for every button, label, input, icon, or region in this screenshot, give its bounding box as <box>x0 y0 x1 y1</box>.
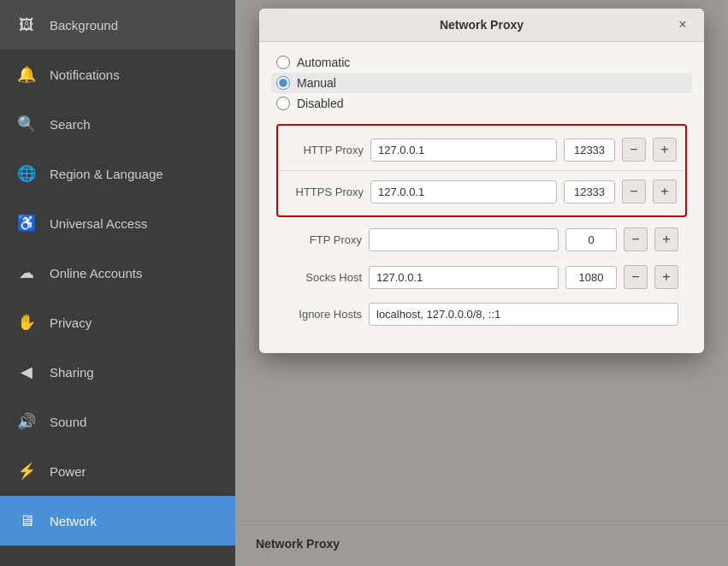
https-proxy-port-decrement-button[interactable]: − <box>622 180 646 203</box>
sidebar-item-search[interactable]: 🔍 Search <box>0 99 235 149</box>
privacy-icon: ✋ <box>17 313 36 332</box>
radio-manual-label: Manual <box>297 76 336 90</box>
http-proxy-label: HTTP Proxy <box>287 144 364 156</box>
https-proxy-port-input[interactable] <box>564 180 615 203</box>
socks-host-port-input[interactable] <box>565 266 617 289</box>
radio-automatic[interactable]: Automatic <box>276 56 687 69</box>
sidebar-item-sharing[interactable]: ◀ Sharing <box>0 347 235 397</box>
sharing-icon: ◀ <box>17 363 36 381</box>
ignore-hosts-label: Ignore Hosts <box>285 308 362 321</box>
dialog-close-button[interactable]: × <box>673 15 692 34</box>
highlighted-proxy-fields: HTTP Proxy − + HTTPS Proxy − + <box>276 124 687 217</box>
radio-disabled-label: Disabled <box>297 97 343 110</box>
universal-access-icon: ♿ <box>17 214 36 233</box>
sidebar-item-region-language[interactable]: 🌐 Region & Language <box>0 149 235 198</box>
region-icon: 🌐 <box>17 164 36 183</box>
ftp-proxy-row: FTP Proxy − + <box>276 221 687 258</box>
sidebar: 🖼 Background 🔔 Notifications 🔍 Search 🌐 … <box>0 0 235 566</box>
http-proxy-port-decrement-button[interactable]: − <box>622 138 646 162</box>
https-proxy-label: HTTPS Proxy <box>287 186 364 198</box>
ftp-proxy-address-input[interactable] <box>369 228 559 251</box>
http-proxy-row: HTTP Proxy − + <box>278 131 685 168</box>
ftp-proxy-port-increment-button[interactable]: + <box>654 227 678 251</box>
network-proxy-dialog: Network Proxy × Automatic Manual <box>259 9 704 353</box>
sidebar-label-universal-access: Universal Access <box>50 216 147 231</box>
radio-disabled-input[interactable] <box>276 97 290 110</box>
socks-host-row: Socks Host − + <box>276 258 687 296</box>
divider-1 <box>278 170 685 171</box>
sidebar-label-privacy: Privacy <box>50 315 92 330</box>
sidebar-item-background[interactable]: 🖼 Background <box>0 0 235 50</box>
dialog-body: Automatic Manual Disabled HTTP Pr <box>259 42 704 353</box>
sidebar-label-sound: Sound <box>50 415 86 429</box>
sidebar-label-search: Search <box>50 117 91 132</box>
ftp-proxy-label: FTP Proxy <box>285 233 362 246</box>
radio-manual-input[interactable] <box>276 76 290 90</box>
radio-disabled[interactable]: Disabled <box>276 97 687 110</box>
background-icon: 🖼 <box>17 15 36 34</box>
power-icon: ⚡ <box>17 462 36 481</box>
modal-overlay: Network Proxy × Automatic Manual <box>235 0 728 566</box>
sidebar-item-universal-access[interactable]: ♿ Universal Access <box>0 198 235 248</box>
radio-manual[interactable]: Manual <box>271 73 692 93</box>
sidebar-item-power[interactable]: ⚡ Power <box>0 446 235 496</box>
online-accounts-icon: ☁ <box>17 263 36 282</box>
sound-icon: 🔊 <box>17 412 36 431</box>
sidebar-item-network[interactable]: 🖥 Network <box>0 496 235 545</box>
https-proxy-row: HTTPS Proxy − + <box>278 173 685 210</box>
socks-host-port-decrement-button[interactable]: − <box>624 265 648 289</box>
sidebar-label-online-accounts: Online Accounts <box>50 266 142 280</box>
https-proxy-port-increment-button[interactable]: + <box>653 180 677 203</box>
proxy-mode-radio-group: Automatic Manual Disabled <box>276 56 687 110</box>
http-proxy-address-input[interactable] <box>370 139 557 162</box>
sidebar-label-sharing: Sharing <box>50 365 94 380</box>
notifications-icon: 🔔 <box>17 65 36 84</box>
network-icon: 🖥 <box>17 511 36 530</box>
sidebar-label-background: Background <box>50 18 118 32</box>
ftp-proxy-port-input[interactable] <box>565 228 617 251</box>
http-proxy-port-increment-button[interactable]: + <box>653 138 677 162</box>
http-proxy-port-input[interactable] <box>564 139 615 162</box>
sidebar-label-notifications: Notifications <box>50 68 120 82</box>
socks-host-port-increment-button[interactable]: + <box>654 265 678 289</box>
search-icon: 🔍 <box>17 115 36 133</box>
radio-automatic-input[interactable] <box>276 56 290 69</box>
sidebar-label-power: Power <box>50 464 86 479</box>
sidebar-item-online-accounts[interactable]: ☁ Online Accounts <box>0 248 235 298</box>
ftp-proxy-port-decrement-button[interactable]: − <box>624 227 648 251</box>
sidebar-item-privacy[interactable]: ✋ Privacy <box>0 298 235 347</box>
ignore-hosts-row: Ignore Hosts <box>276 296 687 333</box>
ignore-hosts-input[interactable] <box>369 303 678 326</box>
dialog-title: Network Proxy <box>290 18 673 32</box>
dialog-titlebar: Network Proxy × <box>259 9 704 42</box>
https-proxy-address-input[interactable] <box>370 180 557 203</box>
sidebar-item-notifications[interactable]: 🔔 Notifications <box>0 50 235 99</box>
sidebar-item-sound[interactable]: 🔊 Sound <box>0 397 235 446</box>
sidebar-label-region: Region & Language <box>50 167 163 181</box>
socks-host-label: Socks Host <box>285 271 362 284</box>
main-content: Network Proxy Network Proxy × Automatic <box>235 0 728 566</box>
socks-host-address-input[interactable] <box>369 266 559 289</box>
sidebar-label-network: Network <box>50 514 97 528</box>
radio-automatic-label: Automatic <box>297 56 350 69</box>
